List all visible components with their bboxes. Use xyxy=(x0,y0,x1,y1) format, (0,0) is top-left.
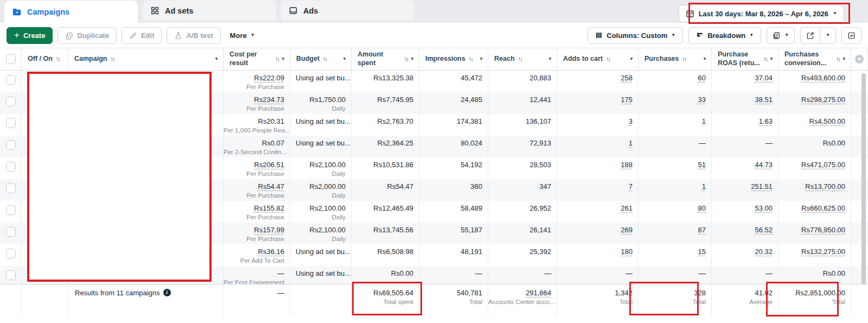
cell-purchases-conversion[interactable]: Rs471,075.00 xyxy=(778,157,851,179)
duplicate-button[interactable]: Duplicate xyxy=(58,27,117,44)
cell-purchases[interactable]: 1 xyxy=(639,114,712,136)
cell-cost-per-result[interactable]: Rs234.73Per Purchase xyxy=(224,92,290,114)
sort-icon[interactable]: ↑↓ xyxy=(56,55,60,63)
cell-adds-to-cart[interactable]: 180 xyxy=(557,244,639,266)
sort-icon[interactable]: ↑↓ xyxy=(275,55,279,63)
cell-adds-to-cart[interactable]: 3 xyxy=(557,114,639,136)
chevron-down-icon[interactable]: ▼ xyxy=(279,56,285,62)
chevron-down-icon[interactable]: ▼ xyxy=(767,56,774,62)
cell-purchases[interactable]: 60 xyxy=(639,71,712,92)
totals-reach[interactable]: 291,864Accounts Center acco... xyxy=(488,284,557,316)
chevron-down-icon[interactable]: ▼ xyxy=(700,56,707,62)
cell-cost-per-result[interactable]: Rs157.99Per Purchase xyxy=(224,223,290,244)
column-header-off-on[interactable]: Off / On↑↓ xyxy=(22,48,68,70)
cell-adds-to-cart[interactable]: 261 xyxy=(557,201,639,223)
row-checkbox[interactable] xyxy=(6,75,16,85)
cell-purchases-conversion[interactable]: Rs132,275.00 xyxy=(778,244,851,266)
cell-purchase-roas[interactable]: 44.73 xyxy=(712,157,778,179)
row-checkbox[interactable] xyxy=(6,227,16,237)
more-button[interactable]: More ▼ xyxy=(226,27,259,44)
cell-purchases[interactable]: 1 xyxy=(639,179,712,201)
cell-purchases[interactable]: 87 xyxy=(639,223,712,244)
column-header-reach[interactable]: Reach↑↓▼ xyxy=(488,48,557,70)
row-checkbox[interactable] xyxy=(6,205,16,215)
info-icon[interactable]: i xyxy=(163,289,171,296)
tab-ads[interactable]: Ads xyxy=(281,1,414,21)
chevron-down-icon[interactable]: ▼ xyxy=(546,56,552,62)
cell-cost-per-result[interactable]: Rs222.09Per Purchase xyxy=(224,71,290,92)
sort-icon[interactable]: ↑↓ xyxy=(836,55,840,63)
row-checkbox[interactable] xyxy=(6,140,16,150)
cell-purchases-conversion[interactable]: Rs4,500.00 xyxy=(778,114,851,136)
ab-test-button[interactable]: A/B test xyxy=(167,27,220,44)
sort-icon[interactable]: ↑↓ xyxy=(763,55,767,63)
sort-icon[interactable]: ↑↓ xyxy=(323,55,327,63)
cell-purchases-conversion[interactable]: Rs493,600.00 xyxy=(778,71,851,92)
cell-adds-to-cart[interactable]: 1 xyxy=(557,136,639,157)
cell-cost-per-result[interactable]: Rs206.51Per Purchase xyxy=(224,157,290,179)
cell-adds-to-cart[interactable]: 269 xyxy=(557,223,639,244)
sort-icon[interactable]: ↑↓ xyxy=(404,55,408,63)
reports-button[interactable]: ▼ xyxy=(767,27,795,44)
charts-button[interactable] xyxy=(841,27,861,44)
chevron-down-icon[interactable]: ▼ xyxy=(477,56,483,62)
column-header-impressions[interactable]: Impressions↑↓▼ xyxy=(419,48,488,70)
chevron-down-icon[interactable]: ▼ xyxy=(212,56,219,62)
cell-purchases-conversion[interactable]: Rs776,950.00 xyxy=(778,223,851,244)
sort-icon[interactable]: ↑↓ xyxy=(518,55,522,63)
select-all-checkbox[interactable] xyxy=(6,54,16,64)
cell-cost-per-result[interactable]: Rs54.47Per Purchase xyxy=(224,179,290,201)
date-range-button[interactable]: Last 30 days: Mar 8, 2026 – Apr 6, 2026 … xyxy=(679,5,844,22)
breakdown-button[interactable]: Breakdown ▼ xyxy=(688,27,761,44)
cell-purchase-roas[interactable]: 20.32 xyxy=(712,244,778,266)
cell-adds-to-cart[interactable]: 7 xyxy=(557,179,639,201)
tab-campaigns[interactable]: Campaigns xyxy=(4,1,138,23)
cell-adds-to-cart[interactable]: 188 xyxy=(557,157,639,179)
chevron-down-icon[interactable]: ▼ xyxy=(627,56,634,62)
cell-cost-per-result[interactable]: Rs36.16Per Add To Cart xyxy=(224,244,290,266)
cell-purchase-roas[interactable]: 1.63 xyxy=(712,114,778,136)
cell-purchases[interactable]: 51 xyxy=(639,157,712,179)
chevron-down-icon[interactable]: ▼ xyxy=(408,56,414,62)
column-header-budget[interactable]: Budget↑↓▼ xyxy=(290,48,352,70)
column-header-purchases[interactable]: Purchases↑↓▼ xyxy=(639,48,712,70)
chevron-down-icon[interactable]: ▼ xyxy=(840,56,846,62)
column-header-amount-spent[interactable]: Amount spent↑↓▼ xyxy=(352,48,419,70)
columns-button[interactable]: Columns: Custom ▼ xyxy=(588,27,683,44)
cell-purchases-conversion[interactable]: Rs13,700.00 xyxy=(778,179,851,201)
column-header-cost-per-result[interactable]: Cost per result↑↓▼ xyxy=(224,48,290,70)
column-header-adds-to-cart[interactable]: Adds to cart↑↓▼ xyxy=(557,48,639,70)
cell-cost-per-result[interactable]: Rs155.82Per Purchase xyxy=(224,201,290,223)
cell-purchases[interactable]: 33 xyxy=(639,92,712,114)
cell-purchases-conversion[interactable]: Rs660,625.00 xyxy=(778,201,851,223)
cell-purchase-roas[interactable]: 56.52 xyxy=(712,223,778,244)
row-checkbox[interactable] xyxy=(6,118,16,128)
sort-icon[interactable]: ↑↓ xyxy=(110,55,114,63)
create-button[interactable]: + Create xyxy=(7,27,53,44)
vertical-scrollbar[interactable] xyxy=(861,73,866,284)
cell-purchase-roas[interactable]: 37.04 xyxy=(712,71,778,92)
edit-button[interactable]: Edit xyxy=(122,27,162,44)
column-header-purchases-conversion[interactable]: Purchases conversion...↑↓▼ xyxy=(778,48,851,70)
column-header-campaign[interactable]: Campaign↑↓▼ xyxy=(68,48,224,70)
row-checkbox[interactable] xyxy=(6,249,16,258)
cell-adds-to-cart[interactable]: 175 xyxy=(557,92,639,114)
cell-purchases[interactable]: 15 xyxy=(639,244,712,266)
chevron-down-icon[interactable]: ▼ xyxy=(340,56,347,62)
cell-adds-to-cart[interactable]: 258 xyxy=(557,71,639,92)
sort-icon[interactable]: ↑↓ xyxy=(606,55,610,63)
add-column-icon[interactable]: + xyxy=(855,55,864,64)
cell-purchase-roas[interactable]: 251.51 xyxy=(712,179,778,201)
export-options-button[interactable]: ▼ xyxy=(820,28,835,43)
cell-purchase-roas[interactable]: 38.51 xyxy=(712,92,778,114)
cell-purchases-conversion[interactable]: Rs298,275.00 xyxy=(778,92,851,114)
row-checkbox[interactable] xyxy=(6,162,16,172)
row-checkbox[interactable] xyxy=(6,183,16,193)
row-checkbox[interactable] xyxy=(6,97,16,106)
tab-ad-sets[interactable]: Ad sets xyxy=(143,1,276,21)
sort-icon[interactable]: ↑↓ xyxy=(682,55,686,63)
column-header-purchase-roas[interactable]: Purchase ROAS (retu...↑↓▼ xyxy=(712,48,778,70)
export-button[interactable] xyxy=(801,28,820,43)
cell-purchase-roas[interactable]: 53.00 xyxy=(712,201,778,223)
sort-icon[interactable]: ↑↓ xyxy=(469,55,473,63)
